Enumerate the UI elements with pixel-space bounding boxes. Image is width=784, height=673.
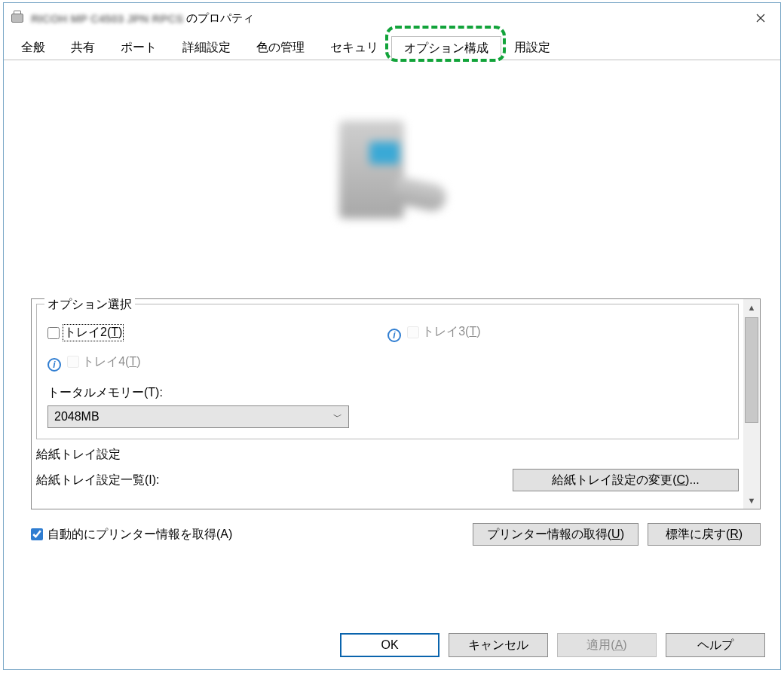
total-memory-select[interactable]: 2048MB ﹀ bbox=[47, 405, 349, 428]
dialog-buttons: OK キャンセル 適用(A) ヘルプ bbox=[4, 621, 780, 669]
chevron-down-icon: ﹀ bbox=[333, 411, 342, 424]
ok-button[interactable]: OK bbox=[340, 633, 439, 657]
tray3-acc: T bbox=[469, 325, 476, 338]
tray-change-button[interactable]: 給紙トレイ設定の変更(C)... bbox=[513, 469, 739, 491]
tab-page-option: オプション選択 トレイ2(T) i bbox=[4, 60, 780, 669]
tray-settings-header: 給紙トレイ設定 bbox=[36, 447, 739, 463]
tray3-label: トレイ3 bbox=[422, 325, 465, 338]
tab-color[interactable]: 色の管理 bbox=[243, 35, 317, 60]
tab-advanced[interactable]: 詳細設定 bbox=[170, 35, 243, 60]
tray-settings-section: 給紙トレイ設定 給紙トレイ設定一覧(I): 給紙トレイ設定の変更(C)... bbox=[36, 447, 739, 491]
tab-port[interactable]: ポート bbox=[108, 35, 170, 60]
options-legend: オプション選択 bbox=[44, 297, 135, 313]
vertical-scrollbar[interactable]: ▲ ▼ bbox=[743, 299, 760, 509]
tray3-checkbox: トレイ3(T) bbox=[407, 324, 480, 340]
info-icon: i bbox=[47, 358, 61, 372]
scroll-down-icon[interactable]: ▼ bbox=[743, 492, 760, 509]
help-button[interactable]: ヘルプ bbox=[666, 633, 765, 657]
printer-icon bbox=[10, 11, 26, 26]
cancel-button[interactable]: キャンセル bbox=[449, 633, 548, 657]
options-groupbox: オプション選択 トレイ2(T) i bbox=[36, 304, 739, 439]
tab-app[interactable]: 用設定 bbox=[501, 35, 563, 60]
tray4-acc: T bbox=[129, 355, 136, 368]
tab-option[interactable]: オプション構成 bbox=[391, 36, 501, 60]
printer-info-button[interactable]: プリンター情報の取得(U) bbox=[473, 523, 639, 546]
reset-defaults-button[interactable]: 標準に戻す(R) bbox=[648, 523, 761, 546]
tray2-acc: T bbox=[111, 326, 118, 338]
tab-strip: 全般 共有 ポート 詳細設定 色の管理 セキュリ オプション構成 用設定 bbox=[4, 33, 780, 60]
device-illustration bbox=[324, 113, 460, 249]
lower-toolbar: 自動的にプリンター情報を取得(A) プリンター情報の取得(U) 標準に戻す(R) bbox=[31, 523, 761, 546]
auto-acquire-label: 自動的にプリンター情報を取得 bbox=[47, 528, 216, 540]
title-obscured: RICOH MP C4503 JPN RPCS bbox=[31, 12, 186, 25]
tray2-label: トレイ2 bbox=[64, 326, 107, 338]
settings-scroll-area: オプション選択 トレイ2(T) i bbox=[31, 298, 761, 509]
close-button[interactable] bbox=[741, 3, 780, 33]
tray4-label: トレイ4 bbox=[82, 355, 125, 368]
printer-properties-dialog: RICOH MP C4503 JPN RPCS のプロパティ 全般 共有 ポート… bbox=[3, 2, 781, 670]
info-icon: i bbox=[387, 329, 401, 342]
title-suffix: のプロパティ bbox=[186, 11, 254, 26]
scroll-up-icon[interactable]: ▲ bbox=[743, 299, 760, 316]
apply-button: 適用(A) bbox=[557, 633, 657, 657]
titlebar: RICOH MP C4503 JPN RPCS のプロパティ bbox=[4, 3, 780, 33]
total-memory-value: 2048MB bbox=[54, 410, 100, 424]
tray2-checkbox[interactable]: トレイ2(T) bbox=[47, 324, 124, 341]
tray-list-label: 給紙トレイ設定一覧(I): bbox=[36, 473, 160, 488]
auto-acquire-acc: A bbox=[220, 528, 228, 540]
tab-general[interactable]: 全般 bbox=[8, 35, 58, 60]
device-preview-area bbox=[11, 60, 773, 301]
close-icon bbox=[756, 14, 765, 23]
tab-share[interactable]: 共有 bbox=[58, 35, 108, 60]
tab-security[interactable]: セキュリ bbox=[317, 35, 391, 60]
auto-acquire-checkbox[interactable]: 自動的にプリンター情報を取得(A) bbox=[31, 527, 232, 543]
total-memory-label: トータルメモリー(T): bbox=[47, 385, 727, 401]
scroll-thumb[interactable] bbox=[745, 317, 758, 423]
tray4-checkbox: トレイ4(T) bbox=[67, 354, 140, 370]
